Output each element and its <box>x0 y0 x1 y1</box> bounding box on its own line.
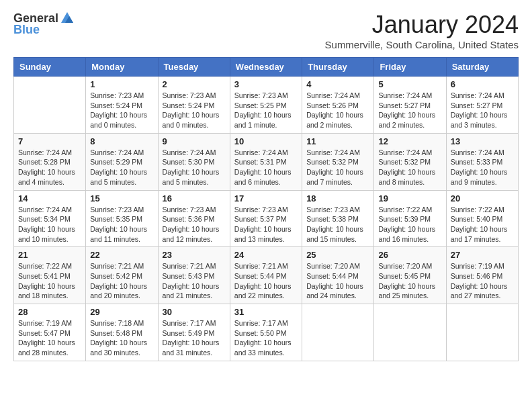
col-header-tuesday: Tuesday <box>158 58 230 77</box>
cell-content: Sunrise: 7:24 AM Sunset: 5:32 PM Dayligh… <box>306 148 369 187</box>
col-header-monday: Monday <box>86 58 158 77</box>
day-number: 30 <box>163 307 226 317</box>
day-number: 17 <box>234 193 298 203</box>
day-number: 29 <box>90 307 153 317</box>
calendar-cell <box>302 304 374 361</box>
logo-icon <box>60 11 75 26</box>
calendar-cell: 11Sunrise: 7:24 AM Sunset: 5:32 PM Dayli… <box>302 133 374 190</box>
cell-content: Sunrise: 7:23 AM Sunset: 5:36 PM Dayligh… <box>163 205 226 244</box>
cell-content: Sunrise: 7:24 AM Sunset: 5:34 PM Dayligh… <box>18 205 81 244</box>
cell-content: Sunrise: 7:20 AM Sunset: 5:45 PM Dayligh… <box>378 261 441 301</box>
calendar-cell: 20Sunrise: 7:22 AM Sunset: 5:40 PM Dayli… <box>446 190 518 247</box>
calendar-cell: 4Sunrise: 7:24 AM Sunset: 5:26 PM Daylig… <box>302 77 374 134</box>
calendar-cell: 25Sunrise: 7:20 AM Sunset: 5:44 PM Dayli… <box>302 247 374 304</box>
day-number: 5 <box>378 79 441 89</box>
calendar-week-row: 1Sunrise: 7:23 AM Sunset: 5:24 PM Daylig… <box>14 77 519 134</box>
day-number: 14 <box>18 193 81 203</box>
day-number: 31 <box>234 307 298 317</box>
col-header-friday: Friday <box>374 58 446 77</box>
calendar-cell: 5Sunrise: 7:24 AM Sunset: 5:27 PM Daylig… <box>374 77 446 134</box>
calendar-cell: 16Sunrise: 7:23 AM Sunset: 5:36 PM Dayli… <box>158 190 230 247</box>
calendar-cell: 28Sunrise: 7:19 AM Sunset: 5:47 PM Dayli… <box>14 304 86 361</box>
day-number: 12 <box>378 136 441 146</box>
calendar-header-row: SundayMondayTuesdayWednesdayThursdayFrid… <box>14 58 519 77</box>
calendar-cell: 29Sunrise: 7:18 AM Sunset: 5:48 PM Dayli… <box>86 304 158 361</box>
calendar-cell: 8Sunrise: 7:24 AM Sunset: 5:29 PM Daylig… <box>86 133 158 190</box>
cell-content: Sunrise: 7:19 AM Sunset: 5:46 PM Dayligh… <box>451 261 514 301</box>
calendar-cell: 23Sunrise: 7:21 AM Sunset: 5:43 PM Dayli… <box>158 247 230 304</box>
day-number: 1 <box>90 79 153 89</box>
calendar-cell: 12Sunrise: 7:24 AM Sunset: 5:32 PM Dayli… <box>374 133 446 190</box>
title-area: January 2024 Summerville, South Carolina… <box>325 11 519 50</box>
cell-content: Sunrise: 7:20 AM Sunset: 5:44 PM Dayligh… <box>306 261 369 301</box>
calendar-cell <box>446 304 518 361</box>
calendar-cell: 13Sunrise: 7:24 AM Sunset: 5:33 PM Dayli… <box>446 133 518 190</box>
location-subtitle: Summerville, South Carolina, United Stat… <box>325 39 519 50</box>
calendar-cell: 24Sunrise: 7:21 AM Sunset: 5:44 PM Dayli… <box>230 247 302 304</box>
cell-content: Sunrise: 7:24 AM Sunset: 5:27 PM Dayligh… <box>378 91 441 130</box>
cell-content: Sunrise: 7:17 AM Sunset: 5:49 PM Dayligh… <box>163 318 226 358</box>
cell-content: Sunrise: 7:24 AM Sunset: 5:26 PM Dayligh… <box>306 91 369 130</box>
day-number: 13 <box>451 136 514 146</box>
cell-content: Sunrise: 7:24 AM Sunset: 5:29 PM Dayligh… <box>90 148 153 187</box>
cell-content: Sunrise: 7:23 AM Sunset: 5:24 PM Dayligh… <box>163 91 226 130</box>
calendar-table: SundayMondayTuesdayWednesdayThursdayFrid… <box>13 57 519 361</box>
month-title: January 2024 <box>325 11 519 39</box>
calendar-cell: 21Sunrise: 7:22 AM Sunset: 5:41 PM Dayli… <box>14 247 86 304</box>
calendar-cell: 7Sunrise: 7:24 AM Sunset: 5:28 PM Daylig… <box>14 133 86 190</box>
day-number: 7 <box>18 136 81 146</box>
day-number: 27 <box>451 250 514 260</box>
calendar-cell: 18Sunrise: 7:23 AM Sunset: 5:38 PM Dayli… <box>302 190 374 247</box>
cell-content: Sunrise: 7:23 AM Sunset: 5:37 PM Dayligh… <box>234 205 298 244</box>
calendar-cell: 10Sunrise: 7:24 AM Sunset: 5:31 PM Dayli… <box>230 133 302 190</box>
day-number: 6 <box>451 79 514 89</box>
cell-content: Sunrise: 7:23 AM Sunset: 5:38 PM Dayligh… <box>306 205 369 244</box>
calendar-cell: 14Sunrise: 7:24 AM Sunset: 5:34 PM Dayli… <box>14 190 86 247</box>
day-number: 23 <box>163 250 226 260</box>
cell-content: Sunrise: 7:22 AM Sunset: 5:40 PM Dayligh… <box>451 205 514 244</box>
calendar-cell <box>374 304 446 361</box>
calendar-cell: 30Sunrise: 7:17 AM Sunset: 5:49 PM Dayli… <box>158 304 230 361</box>
day-number: 22 <box>90 250 153 260</box>
cell-content: Sunrise: 7:24 AM Sunset: 5:27 PM Dayligh… <box>451 91 514 130</box>
calendar-cell: 6Sunrise: 7:24 AM Sunset: 5:27 PM Daylig… <box>446 77 518 134</box>
day-number: 15 <box>90 193 153 203</box>
day-number: 4 <box>306 79 369 89</box>
col-header-saturday: Saturday <box>446 58 518 77</box>
day-number: 19 <box>378 193 441 203</box>
calendar-cell: 9Sunrise: 7:24 AM Sunset: 5:30 PM Daylig… <box>158 133 230 190</box>
cell-content: Sunrise: 7:23 AM Sunset: 5:25 PM Dayligh… <box>234 91 298 130</box>
day-number: 11 <box>306 136 369 146</box>
cell-content: Sunrise: 7:19 AM Sunset: 5:47 PM Dayligh… <box>18 318 81 358</box>
cell-content: Sunrise: 7:24 AM Sunset: 5:30 PM Dayligh… <box>163 148 226 187</box>
cell-content: Sunrise: 7:23 AM Sunset: 5:24 PM Dayligh… <box>90 91 153 130</box>
cell-content: Sunrise: 7:21 AM Sunset: 5:42 PM Dayligh… <box>90 261 153 301</box>
col-header-wednesday: Wednesday <box>230 58 302 77</box>
calendar-cell: 2Sunrise: 7:23 AM Sunset: 5:24 PM Daylig… <box>158 77 230 134</box>
cell-content: Sunrise: 7:22 AM Sunset: 5:41 PM Dayligh… <box>18 261 81 301</box>
cell-content: Sunrise: 7:24 AM Sunset: 5:28 PM Dayligh… <box>18 148 81 187</box>
day-number: 24 <box>234 250 298 260</box>
day-number: 18 <box>306 193 369 203</box>
calendar-cell <box>14 77 86 134</box>
day-number: 10 <box>234 136 298 146</box>
calendar-week-row: 21Sunrise: 7:22 AM Sunset: 5:41 PM Dayli… <box>14 247 519 304</box>
cell-content: Sunrise: 7:22 AM Sunset: 5:39 PM Dayligh… <box>378 205 441 244</box>
day-number: 3 <box>234 79 298 89</box>
calendar-cell: 1Sunrise: 7:23 AM Sunset: 5:24 PM Daylig… <box>86 77 158 134</box>
day-number: 25 <box>306 250 369 260</box>
day-number: 16 <box>163 193 226 203</box>
cell-content: Sunrise: 7:17 AM Sunset: 5:50 PM Dayligh… <box>234 318 298 358</box>
cell-content: Sunrise: 7:23 AM Sunset: 5:35 PM Dayligh… <box>90 205 153 244</box>
day-number: 2 <box>163 79 226 89</box>
calendar-cell: 26Sunrise: 7:20 AM Sunset: 5:45 PM Dayli… <box>374 247 446 304</box>
cell-content: Sunrise: 7:24 AM Sunset: 5:33 PM Dayligh… <box>451 148 514 187</box>
cell-content: Sunrise: 7:21 AM Sunset: 5:44 PM Dayligh… <box>234 261 298 301</box>
calendar-cell: 15Sunrise: 7:23 AM Sunset: 5:35 PM Dayli… <box>86 190 158 247</box>
cell-content: Sunrise: 7:21 AM Sunset: 5:43 PM Dayligh… <box>163 261 226 301</box>
day-number: 20 <box>451 193 514 203</box>
calendar-cell: 17Sunrise: 7:23 AM Sunset: 5:37 PM Dayli… <box>230 190 302 247</box>
logo: General Blue <box>13 11 75 37</box>
col-header-sunday: Sunday <box>14 58 86 77</box>
calendar-week-row: 14Sunrise: 7:24 AM Sunset: 5:34 PM Dayli… <box>14 190 519 247</box>
